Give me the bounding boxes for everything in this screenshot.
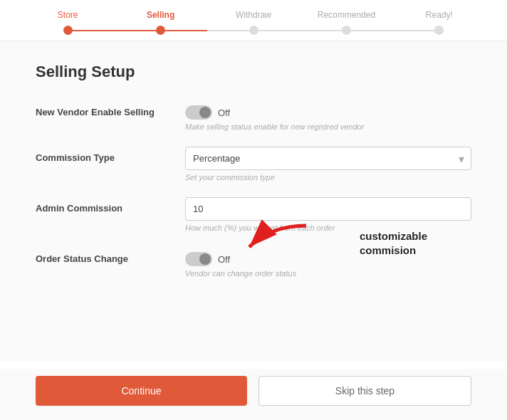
main-window: Store Selling Withdraw Recommended Ready… — [0, 0, 507, 420]
order-status-value: Off — [218, 254, 230, 265]
commission-type-label: Commission Type — [36, 147, 185, 163]
dot-recommended — [342, 26, 351, 35]
vendor-enable-value: Off — [218, 107, 230, 118]
continue-button[interactable]: Continue — [36, 376, 247, 406]
order-status-row: Order Status Change Off Vendor can chang… — [36, 248, 471, 278]
admin-commission-help: How much (%) you will get from each orde… — [185, 224, 471, 232]
commission-type-field: Percentage Fixed ▾ Set your commission t… — [185, 147, 471, 182]
vendor-enable-toggle[interactable] — [185, 105, 212, 120]
step-label-withdraw[interactable]: Withdraw — [207, 10, 300, 20]
vendor-enable-field: Off Make selling status enable for new r… — [185, 101, 471, 131]
vendor-enable-knob — [199, 107, 211, 118]
commission-type-row: Commission Type Percentage Fixed ▾ Set y… — [36, 147, 471, 182]
dot-ready — [434, 26, 444, 35]
content-area: Selling Setup New Vendor Enable Selling … — [0, 41, 507, 362]
steps-labels: Store Selling Withdraw Recommended Ready… — [21, 10, 486, 20]
skip-button[interactable]: Skip this step — [258, 376, 471, 406]
buttons-row: Continue Skip this step — [0, 369, 507, 420]
order-status-toggle[interactable] — [185, 252, 212, 266]
step-dot-store — [21, 26, 114, 35]
admin-commission-input[interactable]: 10 — [185, 197, 471, 221]
step-label-recommended[interactable]: Recommended — [300, 10, 392, 20]
admin-commission-label: Admin Commission — [36, 197, 185, 214]
page-title: Selling Setup — [36, 63, 471, 81]
step-label-store[interactable]: Store — [21, 10, 114, 20]
steps-header: Store Selling Withdraw Recommended Ready… — [0, 0, 507, 41]
step-dot-recommended — [300, 26, 392, 35]
step-label-ready[interactable]: Ready! — [393, 10, 486, 20]
step-dot-selling — [114, 26, 207, 35]
dot-withdraw — [249, 26, 258, 35]
order-status-field: Off Vendor can change order status — [185, 248, 471, 278]
step-dot-ready — [393, 26, 486, 35]
vendor-enable-label: New Vendor Enable Selling — [36, 101, 185, 117]
commission-type-select[interactable]: Percentage Fixed — [185, 147, 471, 170]
vendor-enable-help: Make selling status enable for new regis… — [185, 122, 471, 131]
commission-type-select-wrap: Percentage Fixed ▾ — [185, 147, 471, 170]
dot-store — [63, 26, 73, 35]
vendor-enable-row: New Vendor Enable Selling Off Make selli… — [36, 101, 471, 131]
order-status-help: Vendor can change order status — [185, 269, 471, 278]
admin-commission-row: Admin Commission 10 customizable — [36, 197, 471, 232]
order-status-knob — [199, 253, 211, 265]
step-dot-withdraw — [207, 26, 300, 35]
commission-type-help: Set your commission type — [185, 173, 471, 182]
vendor-enable-toggle-wrap: Off — [185, 105, 471, 120]
order-status-toggle-wrap: Off — [185, 252, 471, 266]
step-label-selling[interactable]: Selling — [114, 10, 207, 20]
dot-selling — [156, 26, 165, 35]
steps-dots — [21, 26, 486, 35]
admin-commission-field: 10 customizable commision — [185, 197, 471, 232]
order-status-label: Order Status Change — [36, 248, 185, 264]
